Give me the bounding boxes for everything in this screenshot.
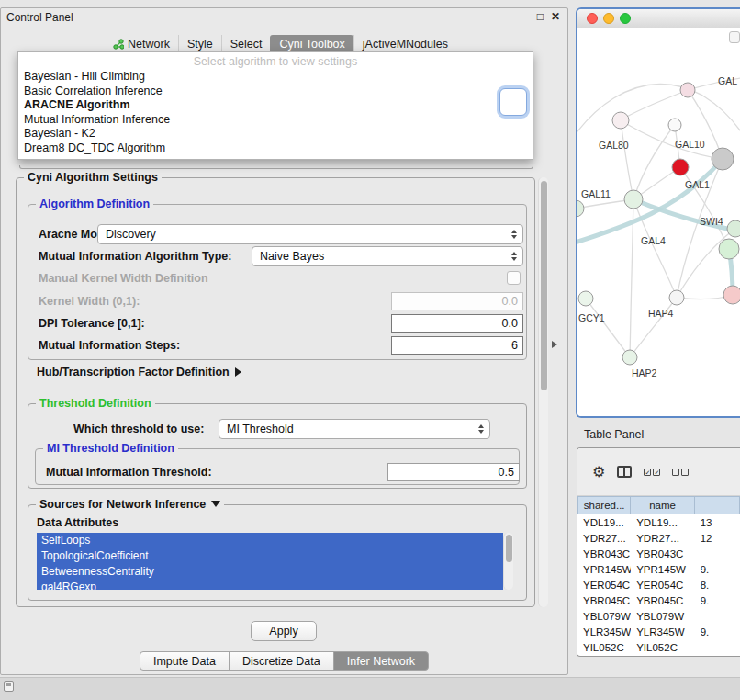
algorithm-option[interactable]: Bayesian - K2 [18,127,533,141]
tab-infer-network[interactable]: Infer Network [333,651,429,671]
network-tab-icon [113,39,124,50]
table-cell: YIL052C [577,642,631,653]
network-edge[interactable] [633,125,675,199]
apply-button[interactable]: Apply [251,621,317,641]
network-node[interactable] [578,291,593,306]
network-node[interactable] [624,190,643,209]
tab-impute-data[interactable]: Impute Data [140,651,230,671]
tab-jactivemnodules[interactable]: jActiveMNodules [353,35,456,53]
network-edge[interactable] [577,84,740,139]
network-view-window: GAL80GAL10GAL11GAL1SWI4GAL4GCY1HAP4HAP2G… [576,7,740,418]
manual-kernel-width-checkbox[interactable] [507,271,521,285]
tab-discretize-data[interactable]: Discretize Data [229,651,334,671]
tab-cyni-toolbox[interactable]: Cyni Toolbox [270,35,353,53]
network-node[interactable] [577,200,584,217]
network-node[interactable] [669,290,684,305]
hub-section-toggle[interactable]: Hub/Transcription Factor Definition [37,366,241,378]
unchecked-boxes-icon[interactable] [672,469,689,476]
network-node[interactable] [622,350,637,365]
table-row[interactable]: YLR345WYLR345W9. [577,624,740,639]
zoom-traffic-light-icon[interactable] [620,13,631,24]
kernel-width-field[interactable]: 0.0 [391,292,523,310]
column-header[interactable]: shared... [577,496,631,514]
checked-boxes-icon[interactable]: ✓✓ [644,469,660,476]
bottom-strip [0,677,740,700]
aracne-mode-combobox[interactable]: Discovery [97,224,523,244]
close-traffic-light-icon[interactable] [587,13,598,24]
network-node[interactable] [719,239,739,259]
tab-style[interactable]: Style [178,35,221,53]
network-node[interactable] [712,148,734,170]
checkbox-glyph [681,469,689,476]
bottom-tab-bar: Impute Data Discretize Data Infer Networ… [1,651,567,671]
network-edge[interactable] [586,299,630,357]
table-row[interactable]: YBL079WYBL079W [577,608,740,624]
tab-select[interactable]: Select [221,35,271,53]
close-icon[interactable]: ✕ [551,10,560,23]
table-row[interactable]: YDR27...YDR27...12 [577,530,740,546]
sources-toggle[interactable]: Sources for Network Inference [36,498,224,511]
node-label: GAL11 [581,188,611,199]
network-node[interactable] [723,286,740,304]
network-edge[interactable] [621,90,688,120]
column-header[interactable] [695,496,740,514]
data-attribute-item[interactable]: BetweennessCentrality [37,564,503,580]
table-cell: YIL052C [631,642,694,653]
tab-network[interactable]: Network [105,35,178,53]
dpi-tolerance-field[interactable]: 0.0 [391,314,523,333]
popup-placeholder: Select algorithm to view settings [18,54,533,70]
network-edge[interactable] [630,298,677,357]
table-row[interactable]: YPR145WYPR145W9. [577,561,740,577]
algorithm-option[interactable]: Bayesian - Hill Climbing [18,70,533,85]
network-node[interactable] [668,119,681,131]
scrollbar-thumb[interactable] [541,181,547,390]
data-attribute-item[interactable]: gal4RGexp [37,580,503,590]
network-edge-highlighted[interactable] [577,159,723,243]
network-node[interactable] [680,83,695,97]
data-attribute-item[interactable]: TopologicalCoefficient [37,548,503,564]
network-node[interactable] [672,159,689,175]
canvas-scrollbar-stub[interactable] [729,31,740,43]
data-attributes-list[interactable]: SelfLoopsTopologicalCoefficientBetweenne… [37,533,503,590]
splitpane-collapse-arrow[interactable] [552,341,557,348]
expanded-arrow-icon[interactable] [211,501,220,507]
data-attribute-item[interactable]: SelfLoops [37,533,503,548]
tab-label: Cyni Toolbox [279,38,344,51]
table-row[interactable]: YIL052CYIL052C [577,639,740,655]
restore-icon[interactable]: □ [537,10,544,23]
network-node[interactable] [612,112,629,129]
collapsed-arrow-icon[interactable] [235,367,241,377]
attributes-scrollbar[interactable] [503,533,513,590]
network-edge[interactable] [621,120,633,199]
network-canvas[interactable]: GAL80GAL10GAL11GAL1SWI4GAL4GCY1HAP4HAP2G… [577,28,740,416]
algorithm-option[interactable]: Dream8 DC_TDC Algorithm [18,141,533,156]
algorithm-option[interactable]: ARACNE Algorithm [18,98,533,113]
combo-stepper-icon [508,230,522,239]
mi-algorithm-type-combobox[interactable]: Naive Bayes [252,246,523,266]
table-row[interactable]: YDL19...YDL19...13 [577,514,740,530]
table-cell: YPR145W [631,564,694,575]
scrollbar-thumb[interactable] [506,535,512,562]
mi-steps-field[interactable]: 6 [391,336,523,355]
gear-icon[interactable]: ⚙ [592,465,605,480]
minimize-traffic-light-icon[interactable] [603,13,614,24]
network-node[interactable] [727,220,740,237]
minimized-panel-icon[interactable] [4,681,14,692]
table-row[interactable]: YBR045CYBR045C9. [577,593,740,608]
mi-threshold-field[interactable]: 0.5 [387,463,520,481]
group-title: Threshold Definition [36,397,155,410]
tab-label: Discretize Data [242,655,320,668]
cyni-algorithm-settings-group: Cyni Algorithm Settings Algorithm Defini… [16,177,535,607]
columns-icon[interactable] [617,466,632,478]
column-header[interactable]: name [631,496,695,514]
network-window-titlebar [577,9,740,28]
settings-scrollbar[interactable] [538,177,548,607]
table-row[interactable]: YER054CYER054C8. [577,577,740,593]
table-cell: YDR27... [577,533,631,544]
table-row[interactable]: YBR043CYBR043C [577,546,740,561]
algorithm-option[interactable]: Mutual Information Inference [18,113,533,128]
tab-label: Network [128,38,170,51]
focused-field[interactable] [499,88,527,116]
algorithm-option[interactable]: Basic Correlation Inference [18,85,533,99]
which-threshold-combobox[interactable]: MI Threshold [219,419,490,439]
